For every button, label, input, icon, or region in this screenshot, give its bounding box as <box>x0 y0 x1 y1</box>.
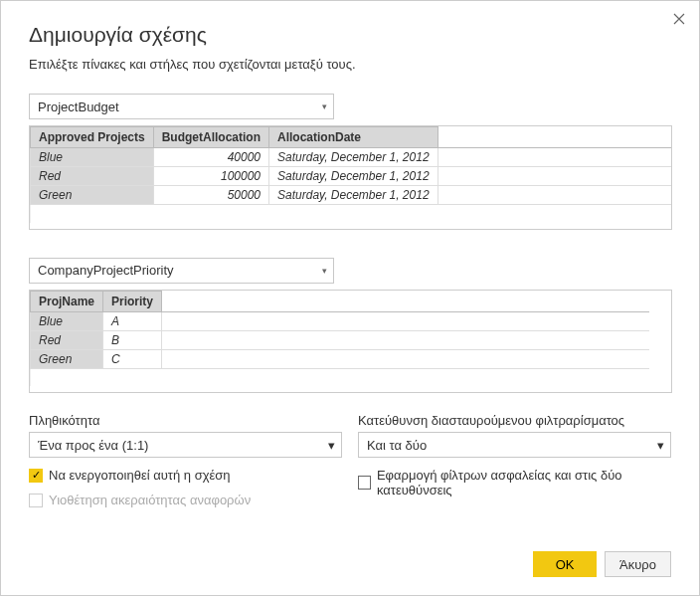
table1-header-0[interactable]: Approved Projects <box>31 127 154 148</box>
table2-header-0[interactable]: ProjName <box>31 291 103 311</box>
table1-header-row: Approved Projects BudgetAllocation Alloc… <box>31 127 672 148</box>
integrity-checkbox-row: Υιοθέτηση ακεραιότητας αναφορών <box>29 493 342 507</box>
close-button[interactable] <box>669 9 689 29</box>
table-row: Red 100000 Saturday, December 1, 2012 <box>31 167 672 186</box>
create-relationship-dialog: Δημιουργία σχέσης Επιλέξτε πίνακες και σ… <box>0 0 700 596</box>
table2-header-1[interactable]: Priority <box>103 291 162 311</box>
table1-dropdown[interactable]: ProjectBudget ▾ <box>29 94 334 119</box>
security-checkbox[interactable] <box>358 476 371 490</box>
activate-label: Να ενεργοποιηθεί αυτή η σχέση <box>49 468 231 483</box>
table-row: Green C <box>31 349 649 368</box>
integrity-checkbox <box>29 494 43 507</box>
chevron-down-icon: ▾ <box>322 101 327 111</box>
table1-header-1[interactable]: BudgetAllocation <box>153 127 268 148</box>
dialog-footer: OK Άκυρο <box>533 551 671 577</box>
chevron-down-icon: ▾ <box>322 266 327 276</box>
cancel-button[interactable]: Άκυρο <box>605 551 671 577</box>
table2-dropdown[interactable]: CompanyProjectPriority ▾ <box>29 258 334 284</box>
dialog-title: Δημιουργία σχέσης <box>29 23 671 47</box>
table-row: Blue 40000 Saturday, December 1, 2012 <box>31 148 672 167</box>
activate-checkbox[interactable]: ✓ <box>29 469 43 483</box>
crossfilter-dropdown[interactable]: Και τα δύο ▾ <box>358 432 671 458</box>
table2-header-row: ProjName Priority <box>31 291 649 311</box>
activate-checkbox-row[interactable]: ✓ Να ενεργοποιηθεί αυτή η σχέση <box>29 468 342 483</box>
table1-preview: Approved Projects BudgetAllocation Alloc… <box>29 125 672 230</box>
table2-preview: ProjName Priority Blue A Red B Green C <box>29 290 672 394</box>
table-row: Red B <box>31 330 649 349</box>
cardinality-dropdown[interactable]: Ένα προς ένα (1:1) ▾ <box>29 432 342 458</box>
crossfilter-label: Κατεύθυνση διασταυρούμενου φιλτραρίσματο… <box>358 413 671 428</box>
chevron-down-icon: ▾ <box>657 438 664 453</box>
close-icon <box>673 13 685 25</box>
dialog-subtitle: Επιλέξτε πίνακες και στήλες που σχετίζον… <box>29 57 671 72</box>
crossfilter-value: Και τα δύο <box>367 438 427 453</box>
table-row: Green 50000 Saturday, December 1, 2012 <box>31 186 672 205</box>
integrity-label: Υιοθέτηση ακεραιότητας αναφορών <box>49 493 251 507</box>
table1-header-2[interactable]: AllocationDate <box>269 127 438 148</box>
security-checkbox-row[interactable]: Εφαρμογή φίλτρων ασφαλείας και στις δύο … <box>358 468 671 497</box>
ok-button[interactable]: OK <box>533 551 597 577</box>
cardinality-label: Πληθικότητα <box>29 413 342 428</box>
table-row: Blue A <box>31 311 649 330</box>
table1-dropdown-value: ProjectBudget <box>38 99 119 114</box>
cardinality-value: Ένα προς ένα (1:1) <box>38 438 148 453</box>
table2-dropdown-value: CompanyProjectPriority <box>38 263 174 278</box>
chevron-down-icon: ▾ <box>328 438 335 453</box>
security-label: Εφαρμογή φίλτρων ασφαλείας και στις δύο … <box>377 468 671 497</box>
